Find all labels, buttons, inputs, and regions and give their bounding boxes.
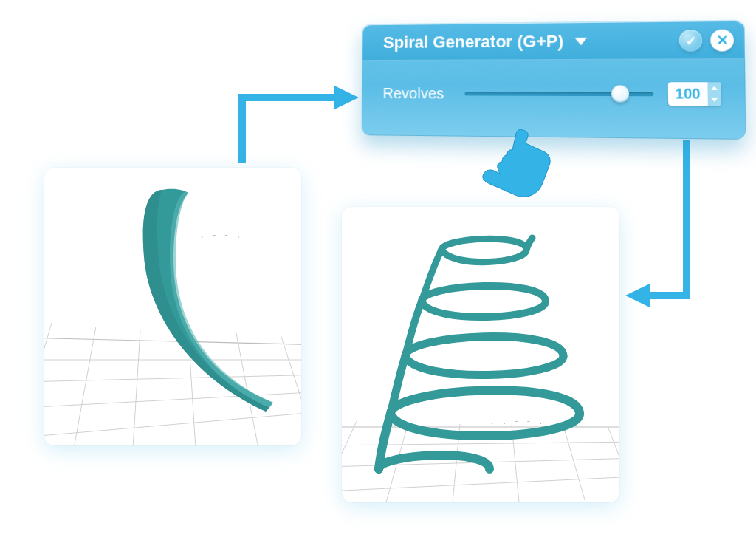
svg-line-6 [44,338,301,345]
svg-line-7 [44,323,52,445]
slider-knob[interactable] [611,85,629,102]
spiral-generator-panel: Spiral Generator (G+P) ✓ ✕ Revolves 100 [361,20,746,140]
svg-line-21 [563,426,585,502]
axis-hint-text: . - - . [199,230,242,240]
svg-marker-1 [625,284,650,307]
preview-after-card: . . - - . [342,207,619,502]
preview-before-card: . - - . [44,168,301,445]
spiral-shape-after [379,238,580,469]
revolves-spinbox[interactable]: 100 [668,82,721,106]
panel-title: Spiral Generator (G+P) [383,32,563,52]
apply-button[interactable]: ✓ [679,30,703,52]
revolves-row: Revolves 100 [382,75,721,113]
svg-line-22 [608,426,619,502]
svg-marker-0 [334,86,359,109]
close-button[interactable]: ✕ [710,30,734,52]
svg-line-5 [44,412,301,437]
close-icon: ✕ [715,32,728,49]
step-up-button[interactable] [707,82,721,94]
svg-line-8 [74,327,96,445]
spinbox-steppers [707,82,721,106]
revolves-value: 100 [668,87,708,101]
revolves-label: Revolves [382,85,451,103]
diagram-stage: . - - . . . - - . [0,0,756,560]
svg-line-12 [281,335,301,445]
revolves-slider[interactable] [465,86,654,101]
svg-line-3 [44,375,301,382]
step-down-button[interactable] [708,94,721,106]
axis-hint-text-2: . . - - . [489,416,544,426]
chevron-down-icon [574,38,587,45]
check-icon: ✓ [685,33,696,48]
svg-line-16 [342,477,619,491]
svg-line-9 [133,330,140,445]
pointer-hand-icon [480,126,554,199]
